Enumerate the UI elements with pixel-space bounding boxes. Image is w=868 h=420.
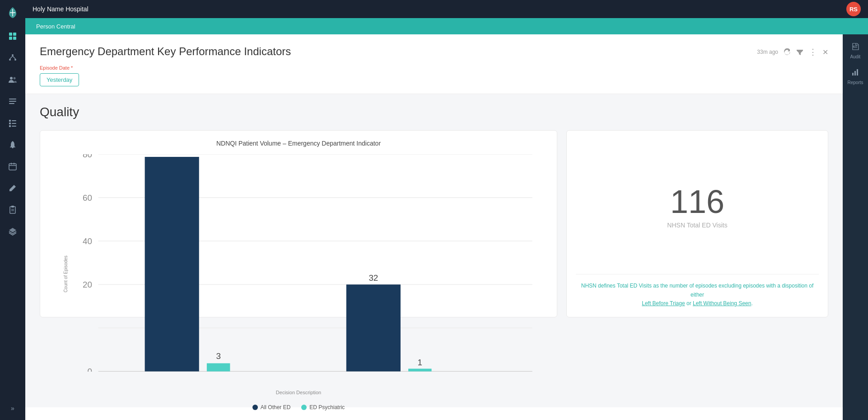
legend-item-ed-psychiatric: ED Psychiatric <box>301 404 345 411</box>
svg-rect-0 <box>9 33 12 36</box>
svg-rect-42 <box>207 363 230 371</box>
dashboard-title: Emergency Department Key Performance Ind… <box>40 45 291 58</box>
svg-point-10 <box>14 77 16 80</box>
svg-text:80: 80 <box>83 154 92 159</box>
chart-legend: All Other ED ED Psychiatric <box>49 404 548 411</box>
chart-card: NDNQI Patient Volume – Emergency Departm… <box>40 130 557 317</box>
svg-rect-15 <box>12 120 16 121</box>
sidebar-item-bell[interactable] <box>0 134 25 156</box>
sidebar-item-list1[interactable] <box>0 90 25 112</box>
svg-rect-53 <box>854 71 856 76</box>
sidebar-item-dashboard[interactable] <box>0 25 25 47</box>
sidebar-item-clipboard[interactable] <box>0 199 25 221</box>
dashboard-header-left: Emergency Department Key Performance Ind… <box>40 45 291 86</box>
filter-label: Episode Date * <box>40 65 291 71</box>
dashboard-header: Emergency Department Key Performance Ind… <box>25 34 843 94</box>
user-avatar[interactable]: RS <box>846 2 861 16</box>
footnote-or: or <box>686 300 691 307</box>
bar-chart: Count of Episodes <box>49 154 548 308</box>
sidebar: » <box>0 0 25 420</box>
legend-label-ed-psychiatric: ED Psychiatric <box>309 404 345 411</box>
svg-rect-14 <box>9 120 11 122</box>
svg-point-9 <box>10 77 13 80</box>
dashboard: Emergency Department Key Performance Ind… <box>25 34 843 420</box>
stats-main: 116 NHSN Total ED Visits <box>576 140 819 274</box>
svg-rect-18 <box>9 125 11 127</box>
legend-dot-ed-psychiatric <box>301 405 307 410</box>
stats-footnote: NHSN defines Total ED Visits as the numb… <box>576 274 819 308</box>
svg-rect-26 <box>11 206 14 208</box>
sidebar-item-list2[interactable] <box>0 112 25 134</box>
right-panel-reports-label: Reports <box>847 80 863 85</box>
svg-line-8 <box>13 56 15 59</box>
sub-nav: Person Central <box>25 18 868 34</box>
main-area: Holy Name Hospital RS Person Central Eme… <box>25 0 868 420</box>
footnote-link2[interactable]: Left Without Being Seen <box>693 300 751 307</box>
svg-rect-20 <box>9 164 16 170</box>
svg-text:0: 0 <box>87 367 92 371</box>
content: Emergency Department Key Performance Ind… <box>25 34 868 420</box>
audit-icon <box>851 42 859 52</box>
sidebar-item-layers[interactable] <box>0 221 25 242</box>
right-panel-audit-label: Audit <box>850 54 861 59</box>
footnote-link1[interactable]: Left Before Triage <box>642 300 685 307</box>
svg-text:60: 60 <box>83 193 92 203</box>
svg-text:79: 79 <box>167 154 177 155</box>
svg-point-6 <box>14 59 16 61</box>
dashboard-header-right: 33m ago ⋮ ✕ <box>757 45 828 57</box>
cards-row: NDNQI Patient Volume – Emergency Departm… <box>40 130 828 317</box>
hospital-name: Holy Name Hospital <box>33 5 846 13</box>
legend-dot-all-other-ed <box>252 405 258 410</box>
svg-rect-52 <box>852 73 854 76</box>
svg-point-4 <box>12 54 14 56</box>
svg-line-7 <box>10 56 13 59</box>
svg-rect-17 <box>12 123 16 124</box>
svg-text:1: 1 <box>418 358 423 367</box>
svg-point-5 <box>9 59 11 61</box>
refresh-button[interactable] <box>784 48 791 56</box>
legend-label-all-other-ed: All Other ED <box>261 404 291 411</box>
sidebar-expand-button[interactable]: » <box>0 400 25 416</box>
y-axis-label: Count of Episodes <box>63 255 68 293</box>
section-title: Quality <box>40 105 828 119</box>
dashboard-body: Quality NDNQI Patient Volume – Emergency… <box>25 94 843 407</box>
svg-rect-11 <box>9 99 16 99</box>
legend-item-all-other-ed: All Other ED <box>252 404 291 411</box>
svg-text:3: 3 <box>216 351 221 361</box>
sidebar-item-calendar[interactable] <box>0 156 25 177</box>
close-button[interactable]: ✕ <box>822 48 828 57</box>
svg-rect-16 <box>9 123 11 124</box>
top-bar: Holy Name Hospital RS <box>25 0 868 18</box>
svg-rect-12 <box>9 101 16 102</box>
timestamp: 33m ago <box>757 49 778 55</box>
footnote-text: NHSN defines Total ED Visits as the numb… <box>581 283 814 297</box>
footnote-end: . <box>751 300 752 307</box>
sidebar-logo[interactable] <box>0 0 25 25</box>
svg-rect-2 <box>9 37 12 40</box>
stats-number: 116 <box>670 185 724 218</box>
sidebar-item-people[interactable] <box>0 69 25 90</box>
filter-required: * <box>71 65 73 71</box>
sidebar-item-hierarchy[interactable] <box>0 47 25 69</box>
svg-text:20: 20 <box>83 280 92 289</box>
chart-title: NDNQI Patient Volume – Emergency Departm… <box>49 140 548 147</box>
right-panel-reports[interactable]: Reports <box>845 64 865 90</box>
svg-rect-40 <box>145 157 199 372</box>
svg-text:40: 40 <box>83 236 92 246</box>
svg-rect-25 <box>10 207 15 213</box>
svg-rect-54 <box>857 69 858 76</box>
sub-nav-person-central[interactable]: Person Central <box>33 23 79 30</box>
svg-rect-19 <box>12 126 16 127</box>
more-options-button[interactable]: ⋮ <box>809 47 817 57</box>
stats-label: NHSN Total ED Visits <box>667 222 727 229</box>
svg-rect-1 <box>13 33 16 36</box>
right-panel: Audit Reports <box>843 34 868 420</box>
svg-rect-3 <box>13 37 16 40</box>
reports-icon <box>851 68 859 78</box>
right-panel-audit[interactable]: Audit <box>849 38 863 64</box>
filter-icon-button[interactable] <box>796 48 803 56</box>
sidebar-item-pen[interactable] <box>0 177 25 199</box>
filter-yesterday-button[interactable]: Yesterday <box>40 73 79 86</box>
svg-text:32: 32 <box>369 273 378 283</box>
svg-rect-47 <box>408 369 431 372</box>
